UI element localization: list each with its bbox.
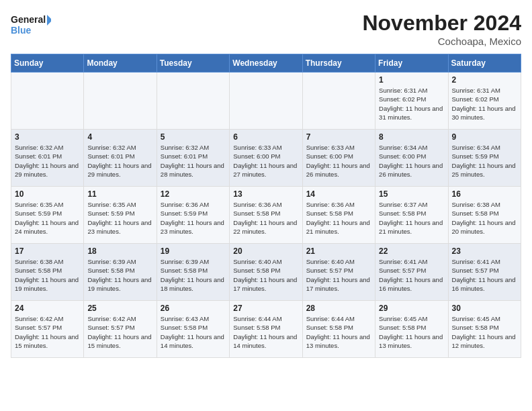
header-friday: Friday <box>375 54 448 73</box>
day-cell-0-1 <box>84 73 157 130</box>
day-number-9: 9 <box>452 132 517 142</box>
day-cell-2-2: 12Sunrise: 6:36 AM Sunset: 5:59 PM Dayli… <box>157 187 229 244</box>
day-info-7: Sunrise: 6:33 AM Sunset: 6:00 PM Dayligh… <box>306 143 371 179</box>
day-number-26: 26 <box>161 304 226 313</box>
day-info-21: Sunrise: 6:40 AM Sunset: 5:57 PM Dayligh… <box>306 257 371 293</box>
week-row-4: 24Sunrise: 6:42 AM Sunset: 5:57 PM Dayli… <box>11 301 521 358</box>
day-number-20: 20 <box>233 246 298 256</box>
day-cell-4-2: 26Sunrise: 6:43 AM Sunset: 5:58 PM Dayli… <box>157 301 229 358</box>
svg-text:Blue: Blue <box>11 25 32 36</box>
day-info-6: Sunrise: 6:33 AM Sunset: 6:00 PM Dayligh… <box>233 143 298 179</box>
day-cell-4-3: 27Sunrise: 6:44 AM Sunset: 5:58 PM Dayli… <box>230 301 302 358</box>
day-number-30: 30 <box>452 304 517 313</box>
day-info-24: Sunrise: 6:42 AM Sunset: 5:57 PM Dayligh… <box>15 314 80 350</box>
month-title: November 2024 <box>362 11 521 36</box>
day-info-14: Sunrise: 6:36 AM Sunset: 5:58 PM Dayligh… <box>306 200 371 236</box>
header-saturday: Saturday <box>448 54 521 73</box>
day-cell-3-6: 23Sunrise: 6:41 AM Sunset: 5:57 PM Dayli… <box>448 244 521 301</box>
day-number-8: 8 <box>379 132 444 142</box>
day-number-24: 24 <box>15 304 80 313</box>
day-number-21: 21 <box>306 246 371 256</box>
calendar-body: 1Sunrise: 6:31 AM Sunset: 6:02 PM Daylig… <box>11 73 521 358</box>
day-info-10: Sunrise: 6:35 AM Sunset: 5:59 PM Dayligh… <box>15 200 80 236</box>
day-info-28: Sunrise: 6:44 AM Sunset: 5:58 PM Dayligh… <box>306 314 371 350</box>
day-cell-1-6: 9Sunrise: 6:34 AM Sunset: 5:59 PM Daylig… <box>448 130 521 187</box>
day-cell-3-3: 20Sunrise: 6:40 AM Sunset: 5:58 PM Dayli… <box>230 244 302 301</box>
day-number-4: 4 <box>87 132 152 142</box>
day-info-20: Sunrise: 6:40 AM Sunset: 5:58 PM Dayligh… <box>233 257 298 293</box>
day-info-13: Sunrise: 6:36 AM Sunset: 5:58 PM Dayligh… <box>233 200 298 236</box>
day-info-29: Sunrise: 6:45 AM Sunset: 5:58 PM Dayligh… <box>379 314 444 350</box>
svg-text:General: General <box>11 14 46 25</box>
day-info-12: Sunrise: 6:36 AM Sunset: 5:59 PM Dayligh… <box>161 200 226 236</box>
location: Cochoapa, Mexico <box>362 36 521 47</box>
day-cell-3-1: 18Sunrise: 6:39 AM Sunset: 5:58 PM Dayli… <box>84 244 157 301</box>
logo-svg: General Blue <box>11 11 51 39</box>
day-number-11: 11 <box>87 189 152 199</box>
day-info-16: Sunrise: 6:38 AM Sunset: 5:58 PM Dayligh… <box>452 200 517 236</box>
header-monday: Monday <box>84 54 157 73</box>
day-info-3: Sunrise: 6:32 AM Sunset: 6:01 PM Dayligh… <box>15 143 80 179</box>
day-number-5: 5 <box>161 132 226 142</box>
day-number-1: 1 <box>379 75 444 85</box>
day-cell-3-4: 21Sunrise: 6:40 AM Sunset: 5:57 PM Dayli… <box>302 244 375 301</box>
day-info-19: Sunrise: 6:39 AM Sunset: 5:58 PM Dayligh… <box>161 257 226 293</box>
day-cell-4-5: 29Sunrise: 6:45 AM Sunset: 5:58 PM Dayli… <box>375 301 448 358</box>
day-info-23: Sunrise: 6:41 AM Sunset: 5:57 PM Dayligh… <box>452 257 517 293</box>
day-number-2: 2 <box>452 75 517 85</box>
page-header: General Blue November 2024 Cochoapa, Mex… <box>11 11 521 47</box>
day-cell-4-6: 30Sunrise: 6:45 AM Sunset: 5:58 PM Dayli… <box>448 301 521 358</box>
day-number-15: 15 <box>379 189 444 199</box>
day-number-29: 29 <box>379 304 444 313</box>
day-info-5: Sunrise: 6:32 AM Sunset: 6:01 PM Dayligh… <box>161 143 226 179</box>
logo: General Blue <box>11 11 51 39</box>
day-cell-4-1: 25Sunrise: 6:42 AM Sunset: 5:57 PM Dayli… <box>84 301 157 358</box>
day-number-19: 19 <box>161 246 226 256</box>
day-cell-3-2: 19Sunrise: 6:39 AM Sunset: 5:58 PM Dayli… <box>157 244 229 301</box>
day-cell-0-2 <box>157 73 229 130</box>
day-info-2: Sunrise: 6:31 AM Sunset: 6:02 PM Dayligh… <box>452 86 517 122</box>
week-row-0: 1Sunrise: 6:31 AM Sunset: 6:02 PM Daylig… <box>11 73 521 130</box>
day-cell-3-0: 17Sunrise: 6:38 AM Sunset: 5:58 PM Dayli… <box>11 244 84 301</box>
day-number-17: 17 <box>15 246 80 256</box>
day-cell-1-1: 4Sunrise: 6:32 AM Sunset: 6:01 PM Daylig… <box>84 130 157 187</box>
header-row: Sunday Monday Tuesday Wednesday Thursday… <box>11 54 521 73</box>
header-wednesday: Wednesday <box>230 54 302 73</box>
day-cell-2-0: 10Sunrise: 6:35 AM Sunset: 5:59 PM Dayli… <box>11 187 84 244</box>
day-cell-1-0: 3Sunrise: 6:32 AM Sunset: 6:01 PM Daylig… <box>11 130 84 187</box>
day-number-23: 23 <box>452 246 517 256</box>
day-info-11: Sunrise: 6:35 AM Sunset: 5:59 PM Dayligh… <box>87 200 152 236</box>
header-tuesday: Tuesday <box>157 54 229 73</box>
day-number-7: 7 <box>306 132 371 142</box>
day-cell-0-4 <box>302 73 375 130</box>
day-number-14: 14 <box>306 189 371 199</box>
day-cell-2-1: 11Sunrise: 6:35 AM Sunset: 5:59 PM Dayli… <box>84 187 157 244</box>
day-number-28: 28 <box>306 304 371 313</box>
day-info-27: Sunrise: 6:44 AM Sunset: 5:58 PM Dayligh… <box>233 314 298 350</box>
day-number-25: 25 <box>87 304 152 313</box>
day-cell-2-3: 13Sunrise: 6:36 AM Sunset: 5:58 PM Dayli… <box>230 187 302 244</box>
day-cell-0-0 <box>11 73 84 130</box>
day-info-1: Sunrise: 6:31 AM Sunset: 6:02 PM Dayligh… <box>379 86 444 122</box>
day-info-26: Sunrise: 6:43 AM Sunset: 5:58 PM Dayligh… <box>161 314 226 350</box>
day-info-15: Sunrise: 6:37 AM Sunset: 5:58 PM Dayligh… <box>379 200 444 236</box>
day-info-17: Sunrise: 6:38 AM Sunset: 5:58 PM Dayligh… <box>15 257 80 293</box>
week-row-1: 3Sunrise: 6:32 AM Sunset: 6:01 PM Daylig… <box>11 130 521 187</box>
day-cell-4-4: 28Sunrise: 6:44 AM Sunset: 5:58 PM Dayli… <box>302 301 375 358</box>
day-info-22: Sunrise: 6:41 AM Sunset: 5:57 PM Dayligh… <box>379 257 444 293</box>
day-cell-1-3: 6Sunrise: 6:33 AM Sunset: 6:00 PM Daylig… <box>230 130 302 187</box>
day-cell-4-0: 24Sunrise: 6:42 AM Sunset: 5:57 PM Dayli… <box>11 301 84 358</box>
day-info-25: Sunrise: 6:42 AM Sunset: 5:57 PM Dayligh… <box>87 314 152 350</box>
day-number-10: 10 <box>15 189 80 199</box>
day-info-30: Sunrise: 6:45 AM Sunset: 5:58 PM Dayligh… <box>452 314 517 350</box>
day-number-22: 22 <box>379 246 444 256</box>
day-number-13: 13 <box>233 189 298 199</box>
calendar-table: Sunday Monday Tuesday Wednesday Thursday… <box>11 54 521 358</box>
day-cell-1-2: 5Sunrise: 6:32 AM Sunset: 6:01 PM Daylig… <box>157 130 229 187</box>
day-number-27: 27 <box>233 304 298 313</box>
day-cell-2-5: 15Sunrise: 6:37 AM Sunset: 5:58 PM Dayli… <box>375 187 448 244</box>
header-thursday: Thursday <box>302 54 375 73</box>
day-cell-0-6: 2Sunrise: 6:31 AM Sunset: 6:02 PM Daylig… <box>448 73 521 130</box>
day-cell-2-4: 14Sunrise: 6:36 AM Sunset: 5:58 PM Dayli… <box>302 187 375 244</box>
header-sunday: Sunday <box>11 54 84 73</box>
